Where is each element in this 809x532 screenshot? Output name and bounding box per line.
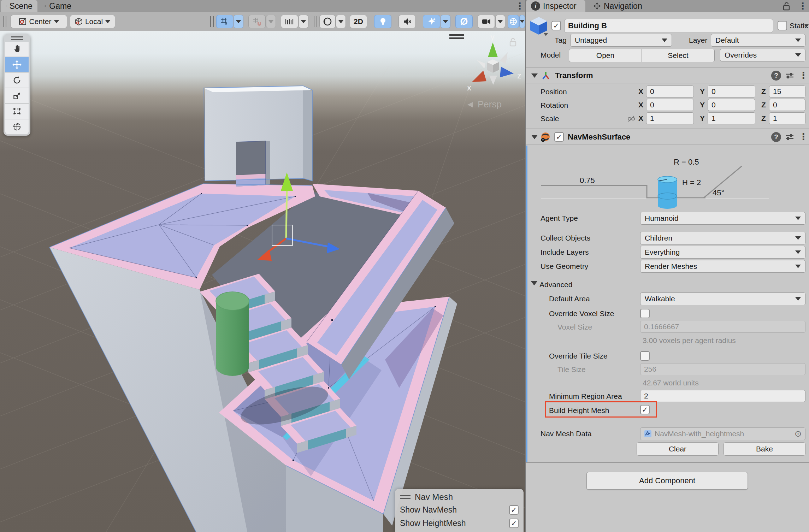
show-navmesh-checkbox[interactable]: ✓ — [509, 505, 519, 515]
model-select-button[interactable]: Select — [642, 49, 715, 62]
measure-options[interactable] — [299, 15, 308, 28]
tag-dropdown[interactable]: Untagged — [570, 34, 672, 47]
clear-button[interactable]: Clear — [637, 442, 719, 456]
collect-objects-dropdown[interactable]: Children — [640, 232, 805, 244]
scale-tool-button[interactable] — [5, 88, 29, 103]
palette-drag-handle[interactable] — [5, 35, 29, 41]
tab-navigation[interactable]: Navigation — [588, 0, 659, 12]
min-region-field[interactable]: 2 — [640, 390, 805, 402]
chevron-down-icon — [236, 20, 241, 23]
static-options-icon[interactable] — [804, 24, 809, 27]
scale-x-field[interactable]: 1 — [646, 112, 694, 124]
layer-dropdown[interactable]: Default — [711, 34, 805, 47]
scene-viewport[interactable]: y x z ◄ Persp — [0, 31, 525, 532]
draw-mode-options[interactable] — [336, 15, 346, 28]
measure-button[interactable] — [281, 15, 298, 28]
audio-mute-button[interactable] — [398, 15, 416, 28]
tile-hint: 42.67 world units — [643, 379, 699, 387]
include-layers-dropdown[interactable]: Everything — [640, 246, 805, 259]
component-enabled-checkbox[interactable]: ✓ — [554, 132, 564, 142]
build-height-checkbox[interactable]: ✓ — [640, 405, 650, 414]
foldout-icon[interactable] — [531, 73, 538, 78]
overlay-drag-handle[interactable] — [400, 495, 411, 499]
object-picker-icon[interactable]: ⊙ — [795, 429, 802, 439]
tab-inspector[interactable]: i Inspector — [526, 0, 585, 12]
gizmo-y-label[interactable]: y — [490, 32, 495, 41]
rotation-y-field[interactable]: 0 — [708, 99, 755, 111]
lighting-toggle-button[interactable] — [374, 15, 391, 28]
gizmo-x-label[interactable]: x — [467, 83, 471, 92]
advanced-foldout-icon[interactable] — [531, 281, 537, 285]
navmeshsurface-header[interactable]: ✓ NavMeshSurface ? ⋮ — [526, 129, 809, 145]
gizmos-toggle-button[interactable] — [508, 15, 519, 28]
navmesh-menu-kebab[interactable]: ⋮ — [799, 132, 808, 141]
transform-header[interactable]: Transform ? ⋮ — [526, 67, 809, 83]
persp-arrow-icon[interactable]: ◄ — [466, 99, 475, 110]
presets-icon[interactable] — [785, 133, 794, 141]
rotation-x-field[interactable]: 0 — [646, 99, 694, 111]
draw-mode-button[interactable] — [319, 15, 336, 28]
static-checkbox[interactable] — [778, 21, 787, 30]
green-cylinder[interactable] — [216, 292, 249, 376]
advanced-label[interactable]: Advanced — [539, 278, 572, 291]
presets-icon[interactable] — [785, 71, 794, 80]
snap-increment-options[interactable] — [266, 15, 276, 28]
inspector-menu-kebab[interactable]: ⋮ — [798, 1, 807, 11]
move-tool-button[interactable] — [5, 57, 29, 72]
navmesh-data-field[interactable]: NavMesh-with_heightmesh ⊙ — [640, 427, 805, 440]
override-voxel-checkbox[interactable] — [640, 309, 650, 318]
transform-tool-button[interactable] — [5, 119, 29, 134]
gizmo-y-axis[interactable] — [286, 187, 287, 238]
tab-scene[interactable]: Scene — [1, 0, 37, 12]
position-y-field[interactable]: 0 — [708, 85, 755, 97]
rotate-tool-button[interactable] — [5, 73, 29, 88]
grid-snap-options[interactable] — [234, 15, 243, 28]
foldout-icon[interactable] — [531, 135, 538, 139]
gameobject-name-field[interactable]: Building B — [564, 19, 773, 33]
override-tile-checkbox[interactable] — [640, 351, 650, 361]
navmesh-overlay-header[interactable]: Nav Mesh — [400, 491, 519, 503]
model-open-button[interactable]: Open — [569, 49, 642, 62]
snap-increment-button[interactable] — [248, 15, 266, 28]
camera-button[interactable] — [478, 15, 495, 28]
scene-visibility-button[interactable]: Ø — [455, 15, 473, 28]
rotation-z-field[interactable]: 0 — [769, 99, 805, 111]
gizmos-options[interactable] — [519, 15, 525, 28]
effects-toggle-button[interactable] — [423, 15, 440, 28]
lock-icon[interactable] — [783, 2, 790, 12]
use-geometry-dropdown[interactable]: Render Meshes — [640, 260, 805, 273]
link-broken-icon[interactable] — [627, 114, 636, 123]
scale-z-field[interactable]: 1 — [769, 112, 805, 124]
wall-with-doorway[interactable] — [204, 86, 312, 187]
scale-y-field[interactable]: 1 — [708, 112, 755, 124]
active-checkbox[interactable]: ✓ — [551, 21, 561, 30]
2d-toggle-button[interactable]: 2D — [350, 15, 367, 28]
default-area-dropdown[interactable]: Walkable — [640, 292, 805, 305]
scene-menu-kebab[interactable]: ⋮ — [515, 1, 524, 11]
effects-options[interactable] — [441, 15, 450, 28]
gizmo-z-label[interactable]: z — [517, 71, 521, 80]
position-z-field[interactable]: 15 — [769, 85, 805, 97]
gamepad-icon — [45, 3, 46, 9]
rect-tool-button[interactable] — [5, 104, 29, 119]
agent-type-dropdown[interactable]: Humanoid — [640, 212, 805, 225]
toolbar-drag-handle[interactable] — [210, 16, 214, 27]
orientation-button[interactable]: Local — [70, 15, 115, 28]
show-heightmesh-checkbox[interactable]: ✓ — [509, 519, 519, 528]
use-geometry-value: Render Meshes — [645, 262, 697, 271]
help-icon[interactable]: ? — [771, 132, 781, 142]
grid-snap-button[interactable] — [216, 15, 233, 28]
toolbar-drag-handle[interactable] — [3, 16, 6, 27]
help-icon[interactable]: ? — [771, 71, 781, 81]
transform-menu-kebab[interactable]: ⋮ — [799, 71, 808, 80]
tab-game[interactable]: Game — [40, 0, 76, 12]
camera-options[interactable] — [495, 15, 505, 28]
overrides-dropdown[interactable]: Overrides — [720, 49, 805, 61]
toolbar-drag-handle[interactable] — [314, 16, 317, 27]
projection-label[interactable]: Persp — [478, 99, 502, 110]
bake-button[interactable]: Bake — [724, 442, 805, 456]
pivot-mode-button[interactable]: Center — [11, 15, 67, 28]
view-tool-button[interactable] — [5, 42, 29, 57]
position-x-field[interactable]: 0 — [646, 85, 694, 97]
add-component-button[interactable]: Add Component — [586, 472, 748, 490]
